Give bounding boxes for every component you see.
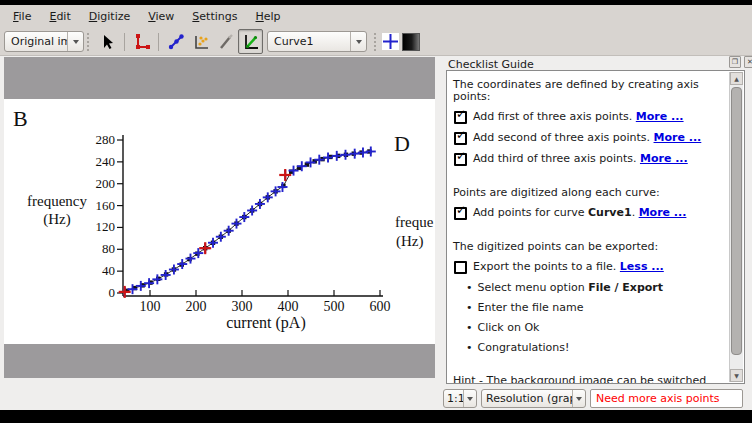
checklist-bullet: Select menu option File / Export (466, 282, 725, 294)
graphics-view[interactable]: 04080120160200240280100200300400500600BD… (4, 57, 435, 378)
digitized-point-marker[interactable] (350, 149, 360, 159)
curve-point-tool-button[interactable] (163, 29, 188, 54)
x-axis-title: current (pA) (226, 314, 306, 332)
digitized-point-marker[interactable] (358, 148, 368, 158)
point-match-tool-button[interactable] (188, 29, 213, 54)
y-axis-title: frequency (27, 193, 87, 209)
unchecked-checkbox-icon[interactable] (454, 261, 467, 274)
x-tick-label: 300 (232, 299, 253, 314)
resolution-selector[interactable]: Resolution (graph): (481, 389, 586, 408)
checklist-step-label: Add first of three axis points. More ... (473, 111, 684, 123)
y-tick-label: 240 (96, 154, 116, 169)
menu-edit[interactable]: Edit (40, 7, 79, 26)
menu-help[interactable]: Help (246, 7, 289, 26)
y-tick-label: 40 (102, 263, 115, 278)
digitized-point-marker[interactable] (332, 151, 342, 161)
checked-checkbox-icon[interactable] (454, 153, 467, 166)
toolbar-handle (374, 33, 379, 51)
digitizer-plot[interactable]: 04080120160200240280100200300400500600BD… (4, 99, 435, 344)
background-selector[interactable]: Original image (4, 31, 84, 52)
letterbox-bar (0, 410, 752, 423)
segment-fill-tool-button[interactable] (213, 29, 238, 54)
axis-point-tool-button[interactable] (129, 29, 154, 54)
point-match-icon (192, 33, 210, 51)
checklist-step-label: Export the points to a file. Less ... (473, 261, 664, 273)
scroll-down-icon[interactable]: ▼ (730, 369, 743, 382)
y-tick-label: 280 (96, 132, 116, 147)
digitized-point-marker[interactable] (193, 248, 203, 258)
select-cursor-icon (99, 33, 117, 51)
checklist-intro: The coordinates are defined by creating … (453, 79, 725, 103)
checklist-step: Add first of three axis points. More ... (453, 111, 725, 124)
gradient-swatch (402, 33, 420, 51)
digitized-point-marker[interactable] (341, 150, 351, 160)
checklist-bullet: Congratulations! (466, 342, 725, 354)
app-window: FileEditDigitizeViewSettingsHelp Origina… (0, 0, 752, 423)
panel-label-b: B (13, 106, 28, 131)
digitized-point-marker[interactable] (216, 232, 226, 242)
checklist-step: Add third of three axis points. More ... (453, 153, 725, 166)
checklist-link[interactable]: More ... (639, 206, 687, 219)
x-tick-label: 100 (140, 299, 161, 314)
x-tick-label: 200 (186, 299, 207, 314)
y-tick-label: 80 (102, 241, 115, 256)
y-tick-label: 160 (96, 198, 116, 213)
dock-float-button[interactable]: ❐ (729, 56, 741, 68)
menu-bar: FileEditDigitizeViewSettingsHelp (0, 5, 752, 28)
menu-file[interactable]: File (4, 7, 40, 26)
curve-selector[interactable]: Curve1 (267, 31, 367, 52)
chevron-down-icon (350, 32, 366, 51)
y-tick-label: 200 (96, 176, 116, 191)
zoom-selector[interactable]: 1:1 (443, 389, 477, 408)
checklist-step-label: Add points for curve Curve1. More ... (473, 207, 686, 219)
curve-selector-value: Curve1 (268, 35, 350, 48)
scrollbar-thumb[interactable] (731, 87, 742, 355)
checked-checkbox-icon[interactable] (454, 132, 467, 145)
dock-buttons: ❐ ✕ (729, 56, 752, 68)
menu-settings[interactable]: Settings (183, 7, 246, 26)
curve-line (127, 151, 369, 290)
checklist-step: Add second of three axis points. More ..… (453, 132, 725, 145)
graph-image: 04080120160200240280100200300400500600BD… (4, 99, 435, 344)
menu-digitize[interactable]: Digitize (80, 7, 140, 26)
digitized-point-marker[interactable] (177, 259, 187, 269)
checked-checkbox-icon[interactable] (454, 207, 467, 220)
clipped-y-axis-title: freque (395, 214, 434, 230)
checklist-step: Add points for curve Curve1. More ... (453, 207, 725, 220)
checked-checkbox-icon[interactable] (454, 111, 467, 124)
toolbar-handle (87, 33, 92, 51)
toolbar-separator (124, 33, 125, 51)
status-bar: 1:1 Resolution (graph): Need more axis p… (0, 385, 752, 410)
scroll-up-icon[interactable]: ▲ (730, 72, 743, 85)
checklist-guide-panel: The coordinates are defined by creating … (446, 70, 745, 384)
status-message: Need more axis points (596, 392, 720, 405)
checklist-intro: The digitized points can be exported: (453, 241, 725, 253)
menu-view[interactable]: View (139, 7, 183, 26)
checklist-link[interactable]: More ... (654, 131, 702, 144)
color-picker-icon (242, 33, 260, 51)
checklist-content: The coordinates are defined by creating … (453, 76, 725, 384)
y-axis-title: (Hz) (43, 211, 70, 228)
checklist-scrollbar[interactable]: ▲ ▼ (729, 72, 743, 382)
x-tick-label: 600 (370, 299, 391, 314)
digitized-point-marker[interactable] (185, 254, 195, 264)
digitized-point-marker[interactable] (208, 238, 218, 248)
toolbar-separator (158, 33, 159, 51)
chevron-down-icon (572, 390, 585, 407)
checklist-link[interactable]: Less ... (620, 260, 664, 273)
digitized-point-marker[interactable] (366, 146, 376, 156)
checklist-bullet: Enter the file name (466, 302, 725, 314)
y-tick-label: 120 (96, 219, 116, 234)
background-selector-value: Original image (5, 35, 67, 48)
digitized-point-marker[interactable] (169, 265, 179, 275)
checklist-link[interactable]: More ... (640, 152, 688, 165)
color-picker-tool-button[interactable] (238, 29, 263, 54)
checklist-step: Export the points to a file. Less ... (453, 261, 725, 274)
checklist-link[interactable]: More ... (636, 110, 684, 123)
dock-close-button[interactable]: ✕ (744, 56, 752, 68)
clipped-y-axis-title: (Hz) (396, 233, 423, 250)
select-tool-button[interactable] (95, 29, 120, 54)
checklist-step-label: Add second of three axis points. More ..… (473, 132, 701, 144)
checklist-hint: Hint - The background image can be switc… (453, 375, 725, 384)
segment-fill-icon (217, 33, 235, 51)
